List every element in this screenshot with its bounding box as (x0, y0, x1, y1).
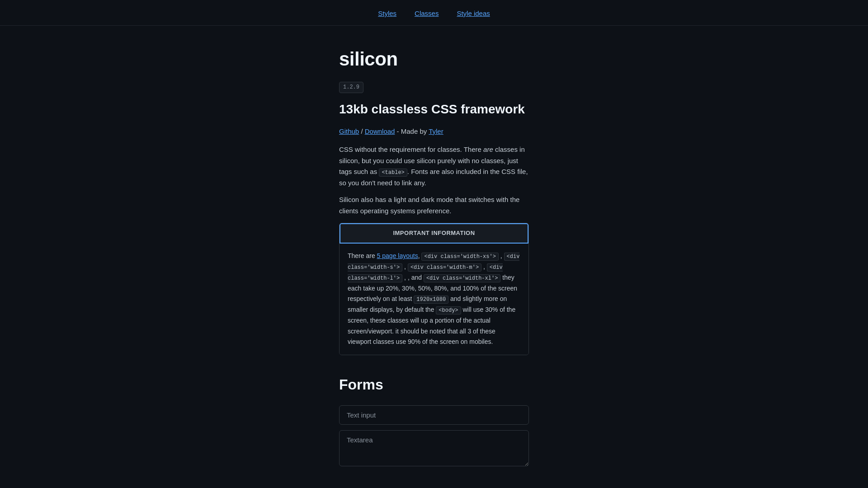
info-box-header: IMPORTANT INFORMATION (340, 223, 528, 244)
main-nav: Styles Classes Style ideas (0, 0, 868, 26)
info-box-body: There are 5 page layouts, <div class='wi… (340, 244, 528, 355)
code-width-m: <div class='width-m'> (408, 263, 481, 272)
code-width-xl: <div class='width-xl'> (424, 274, 500, 282)
nav-classes[interactable]: Classes (415, 8, 439, 19)
infobox-text-pre: There are (348, 252, 375, 259)
author-link[interactable]: Tyler (429, 127, 443, 135)
page-layouts-link[interactable]: 5 page layouts (377, 252, 418, 259)
description-para1: CSS without the requirement for classes.… (339, 144, 529, 189)
textarea-input[interactable] (339, 430, 529, 466)
desc1-em: are (483, 145, 493, 153)
code-body: <body> (436, 306, 461, 314)
forms-section: Forms (339, 373, 529, 475)
table-code: <table> (379, 169, 407, 177)
description: CSS without the requirement for classes.… (339, 144, 529, 217)
info-box: IMPORTANT INFORMATION There are 5 page l… (339, 223, 529, 355)
forms-title: Forms (339, 373, 529, 396)
desc1-pre: CSS without the requirement for classes.… (339, 145, 483, 153)
infobox-text-mid: , and (408, 274, 422, 281)
page-title: silicon (339, 44, 529, 74)
subtitle: 13kb classless CSS framework (339, 101, 529, 117)
links-row: Github / Download - Made by Tyler (339, 126, 529, 137)
nav-style-ideas[interactable]: Style ideas (457, 8, 490, 19)
description-para2: Silicon also has a light and dark mode t… (339, 194, 529, 217)
made-by-text: - Made by (397, 127, 429, 135)
nav-styles[interactable]: Styles (378, 8, 396, 19)
code-resolution: 868x488 (414, 296, 448, 304)
code-width-xs: <div class='width-xs'> (421, 253, 498, 261)
github-link[interactable]: Github (339, 127, 359, 135)
separator: / (361, 127, 364, 135)
text-input[interactable] (339, 405, 529, 425)
page-container: silicon 1.2.9 13kb classless CSS framewo… (330, 26, 538, 488)
download-link[interactable]: Download (365, 127, 395, 135)
version-badge: 1.2.9 (339, 82, 363, 93)
